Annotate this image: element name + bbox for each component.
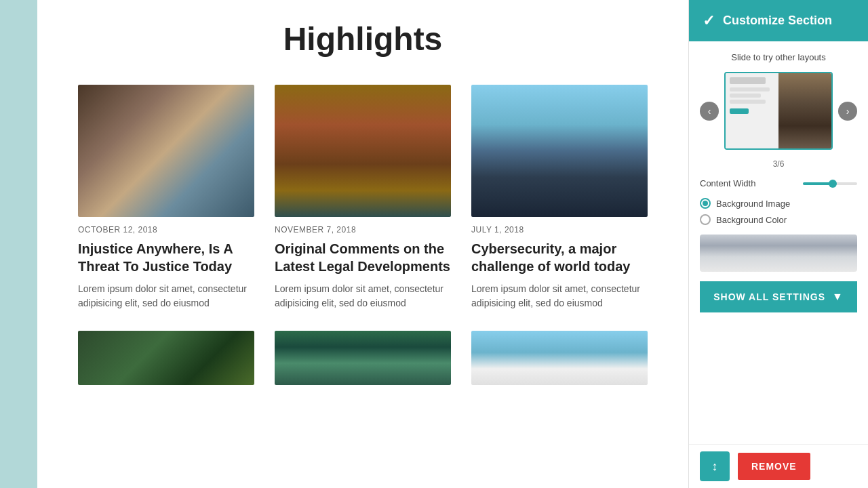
radio-outer-selected (700, 198, 711, 209)
slider-thumb (829, 180, 837, 188)
background-image-label: Background Image (716, 199, 790, 209)
article-date-2: NOVEMBER 7, 2018 (275, 225, 451, 235)
right-panel: ✓ Customize Section Slide to try other l… (688, 0, 868, 488)
article-title-1: Injustice Anywhere, Is A Threat To Justi… (78, 240, 254, 275)
content-width-row: Content Width (700, 178, 857, 188)
main-content: Highlights OCTOBER 12, 2018 Injustice An… (37, 0, 688, 488)
chevron-down-icon: ▼ (832, 291, 844, 303)
article-image-4 (78, 331, 254, 385)
article-card-1: OCTOBER 12, 2018 Injustice Anywhere, Is … (78, 85, 254, 310)
articles-grid: OCTOBER 12, 2018 Injustice Anywhere, Is … (78, 85, 648, 310)
carousel-prev-button[interactable]: ‹ (700, 102, 719, 121)
content-width-slider[interactable] (803, 182, 857, 185)
layout-carousel: ‹ › (700, 72, 857, 150)
article-image-5 (275, 331, 451, 385)
content-width-label: Content Width (700, 178, 797, 188)
article-title-3: Cybersecurity, a major challenge of worl… (471, 240, 648, 275)
page-title: Highlights (78, 0, 648, 85)
article-date-1: OCTOBER 12, 2018 (78, 225, 254, 235)
slide-label: Slide to try other layouts (700, 52, 857, 62)
article-excerpt-2: Lorem ipsum dolor sit amet, consectetur … (275, 282, 451, 310)
move-icon: ↕ (712, 460, 718, 474)
left-accent-bar (0, 0, 37, 488)
show-all-label: SHOW ALL SETTINGS (713, 291, 825, 302)
panel-body: Slide to try other layouts ‹ › 3/6 (689, 41, 868, 444)
article-card-3: JULY 1, 2018 Cybersecurity, a major chal… (471, 85, 648, 310)
carousel-image-preview (778, 73, 831, 148)
move-button[interactable]: ↕ (700, 451, 730, 481)
article-image-1 (78, 85, 254, 217)
second-row-grid (78, 331, 648, 385)
article-date-3: JULY 1, 2018 (471, 225, 648, 235)
article-image-3 (471, 85, 648, 217)
article-excerpt-3: Lorem ipsum dolor sit amet, consectetur … (471, 282, 648, 310)
carousel-preview (724, 72, 833, 150)
article-title-2: Original Comments on the Latest Legal De… (275, 240, 451, 275)
carousel-counter: 3/6 (700, 159, 857, 169)
panel-header: ✓ Customize Section (689, 0, 868, 41)
radio-inner-selected (703, 201, 708, 206)
background-radio-group: Background Image Background Color (700, 198, 857, 225)
background-image-preview (700, 235, 857, 272)
background-image-radio[interactable]: Background Image (700, 198, 857, 209)
panel-title: Customize Section (723, 14, 832, 28)
radio-outer-empty (700, 214, 711, 225)
article-image-6 (471, 331, 648, 385)
article-image-2 (275, 85, 451, 217)
remove-button[interactable]: REMOVE (738, 453, 810, 480)
check-icon: ✓ (703, 12, 715, 30)
show-all-settings-button[interactable]: SHOW ALL SETTINGS ▼ (700, 281, 857, 312)
carousel-next-button[interactable]: › (838, 102, 857, 121)
article-card-2: NOVEMBER 7, 2018 Original Comments on th… (275, 85, 451, 310)
background-color-label: Background Color (716, 215, 787, 225)
background-color-radio[interactable]: Background Color (700, 214, 857, 225)
article-excerpt-1: Lorem ipsum dolor sit amet, consectetur … (78, 282, 254, 310)
